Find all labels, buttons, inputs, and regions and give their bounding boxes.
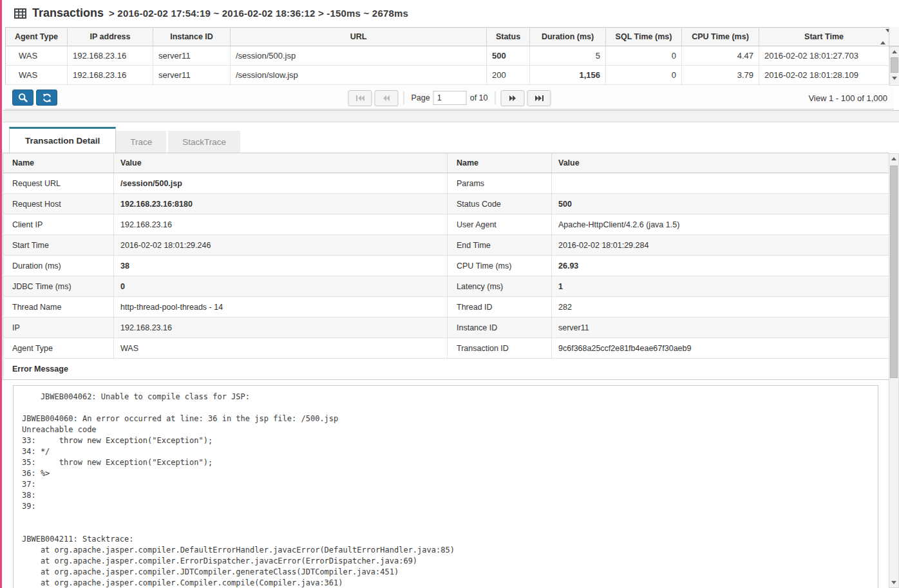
prev-page-icon	[383, 95, 390, 101]
prev-page-button[interactable]	[374, 90, 398, 106]
detail-col-value: Value	[552, 153, 889, 173]
detail-row: JDBC Time (ms) 0 Latency (ms) 1	[3, 276, 889, 297]
detail-tabs: Transaction Detail Trace StackTrace	[3, 127, 889, 153]
error-message-label: Error Message	[3, 359, 889, 380]
tab-transaction-detail[interactable]: Transaction Detail	[9, 127, 116, 153]
panel-splitter[interactable]	[3, 110, 899, 122]
detail-col-name: Name	[448, 153, 552, 173]
cell-duration: 5	[530, 46, 606, 66]
detail-row: Thread Name http-thread-pool-threads - 1…	[3, 297, 889, 318]
detail-name: Start Time	[3, 235, 114, 256]
page-title: Transactions	[32, 6, 104, 20]
detail-value: 2016-02-02 18:01:29.246	[114, 235, 448, 256]
first-page-icon	[355, 95, 364, 101]
titlebar: Transactions > 2016-02-02 17:54:19 ~ 201…	[3, 0, 899, 26]
col-header-agent-type[interactable]: Agent Type	[6, 28, 68, 46]
detail-row: Request URL /session/500.jsp Params	[3, 173, 889, 194]
tab-trace[interactable]: Trace	[116, 131, 166, 153]
detail-name: Client IP	[3, 214, 114, 235]
detail-name: CPU Time (ms)	[448, 256, 552, 276]
detail-name: Latency (ms)	[448, 276, 552, 297]
request-url-link[interactable]: /session/500.jsp	[114, 173, 448, 194]
last-page-button[interactable]	[527, 90, 551, 106]
detail-value: 2016-02-02 18:01:29.284	[552, 235, 889, 256]
view-range-info: View 1 - 100 of 1,000	[808, 93, 887, 103]
detail-header-row: Name Value Name Value	[3, 153, 889, 173]
cell-instance-id: server11	[153, 66, 231, 85]
detail-name: User Agent	[448, 214, 552, 235]
detail-name: Params	[448, 173, 552, 194]
transaction-detail-table: Name Value Name Value Request URL /sessi…	[3, 153, 889, 380]
cell-ip-address: 192.168.23.16	[68, 46, 153, 66]
detail-name: Status Code	[448, 194, 552, 214]
page-total-label: of 10	[470, 93, 488, 102]
duration-value: 38	[114, 256, 448, 276]
cell-status: 500	[487, 46, 530, 66]
scroll-up-icon[interactable]	[889, 154, 898, 164]
col-header-status[interactable]: Status	[487, 28, 530, 46]
detail-row: Duration (ms) 38 CPU Time (ms) 26.93	[3, 256, 889, 276]
tab-stacktrace[interactable]: StackTrace	[168, 131, 240, 153]
detail-value: 9c6f368a25ccf2e81fb4eae67f30aeb9	[552, 338, 889, 359]
col-header-start-time[interactable]: Start Time	[759, 28, 889, 46]
pager-divider	[495, 91, 496, 104]
transaction-row[interactable]: WAS 192.168.23.16 server11 /session/slow…	[6, 66, 889, 85]
detail-row: Agent Type WAS Transaction ID 9c6f368a25…	[3, 338, 889, 359]
cell-sql-time: 0	[606, 66, 682, 85]
cell-cpu-time: 4.47	[682, 46, 759, 66]
scroll-down-icon[interactable]	[890, 73, 899, 83]
first-page-button[interactable]	[348, 90, 372, 106]
cell-url: /session/500.jsp	[231, 46, 487, 66]
client-ip-link[interactable]: 192.168.23.16	[114, 214, 448, 235]
next-page-button[interactable]	[501, 90, 525, 106]
cell-url: /session/slow.jsp	[231, 66, 487, 85]
grid-scrollbar-corner	[889, 27, 899, 46]
col-header-url[interactable]: URL	[231, 28, 487, 46]
scrollbar-thumb[interactable]	[890, 166, 898, 378]
error-message-label-row: Error Message	[3, 359, 889, 380]
detail-value: 192.168.23.16	[114, 318, 448, 338]
pager-bar: Page of 10 View 1 - 100 of 1,000	[5, 86, 894, 109]
detail-row: Request Host 192.168.23.16:8180 Status C…	[3, 194, 889, 214]
pagination: Page of 10	[346, 90, 552, 106]
detail-name: Agent Type	[3, 338, 114, 359]
error-message-box: JBWEB004062: Unable to compile class for…	[13, 385, 878, 588]
cell-sql-time: 0	[606, 46, 682, 66]
last-page-icon	[535, 95, 544, 101]
detail-value: 282	[552, 297, 889, 318]
col-header-ip-address[interactable]: IP address	[68, 28, 153, 46]
request-host-link[interactable]: 192.168.23.16:8180	[114, 194, 448, 214]
detail-value: Apache-HttpClient/4.2.6 (java 1.5)	[552, 214, 889, 235]
scroll-down-icon[interactable]	[889, 578, 898, 587]
cell-ip-address: 192.168.23.16	[68, 66, 153, 85]
scroll-up-icon[interactable]	[890, 47, 899, 57]
table-grid-icon	[14, 8, 26, 19]
scrollbar-thumb[interactable]	[891, 57, 898, 73]
jdbc-time-value: 0	[114, 276, 448, 297]
search-button[interactable]	[12, 90, 33, 106]
cell-start-time: 2016-02-02 18:01:28.109	[759, 66, 889, 85]
page-input[interactable]	[433, 91, 467, 105]
transactions-grid: Agent Type IP address Instance ID URL St…	[5, 27, 889, 85]
sort-icon[interactable]	[880, 32, 887, 41]
detail-scrollbar[interactable]	[889, 153, 899, 588]
detail-value	[552, 173, 889, 194]
grid-scrollbar[interactable]	[889, 46, 899, 86]
pager-divider	[403, 91, 404, 104]
col-header-duration[interactable]: Duration (ms)	[530, 28, 606, 46]
refresh-button[interactable]	[36, 90, 57, 106]
left-accent-border	[0, 0, 2, 588]
detail-name: IP	[3, 318, 114, 338]
detail-name: JDBC Time (ms)	[3, 276, 114, 297]
status-code-value: 500	[552, 194, 889, 214]
col-header-cpu-time[interactable]: CPU Time (ms)	[682, 28, 759, 46]
cpu-time-value: 26.93	[552, 256, 889, 276]
detail-col-value: Value	[114, 153, 448, 173]
col-header-instance-id[interactable]: Instance ID	[153, 28, 231, 46]
next-page-icon	[509, 95, 516, 101]
col-header-sql-time[interactable]: SQL Time (ms)	[606, 28, 682, 46]
detail-name: Instance ID	[448, 318, 552, 338]
detail-row: Start Time 2016-02-02 18:01:29.246 End T…	[3, 235, 889, 256]
transaction-row[interactable]: WAS 192.168.23.16 server11 /session/500.…	[6, 46, 889, 66]
cell-agent-type: WAS	[6, 46, 68, 66]
